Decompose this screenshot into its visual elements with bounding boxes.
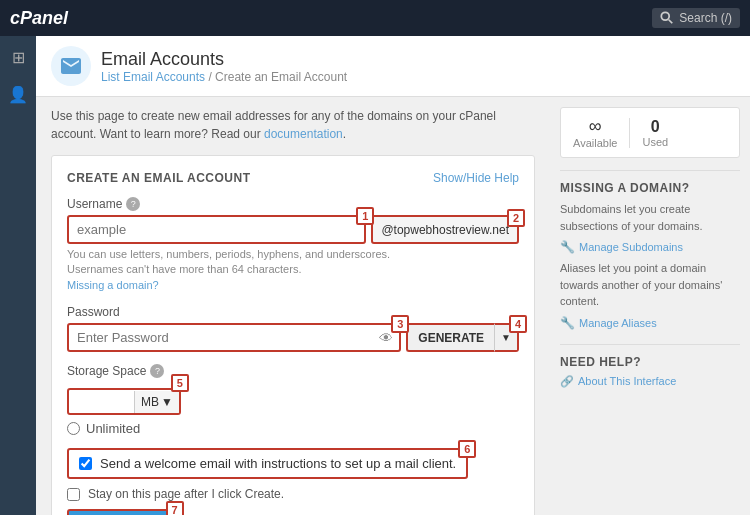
number-badge-5: 5 <box>171 374 189 392</box>
password-label: Password <box>67 305 519 319</box>
username-input[interactable] <box>67 215 366 244</box>
number-badge-2: 2 <box>507 209 525 227</box>
svg-point-0 <box>662 12 670 20</box>
manage-subdomains-link[interactable]: 🔧 Manage Subdomains <box>560 240 740 254</box>
password-input-wrap: 👁 3 <box>67 323 401 352</box>
subdomains-text: Subdomains let you create subsections of… <box>560 201 740 234</box>
show-hide-help-btn[interactable]: Show/Hide Help <box>433 171 519 185</box>
password-field-group: Password 👁 3 GENERATE ▼ 4 <box>67 305 519 352</box>
stats-divider <box>629 118 630 148</box>
storage-input[interactable]: 250 <box>69 390 134 413</box>
username-hint: You can use letters, numbers, periods, h… <box>67 247 519 293</box>
nav-grid-icon[interactable]: ⊞ <box>8 44 29 71</box>
create-button[interactable]: + CREATE <box>67 509 176 515</box>
available-label: Available <box>573 137 617 149</box>
wrench-icon-1: 🔧 <box>560 240 575 254</box>
form-card-title: CREATE AN EMAIL ACCOUNT <box>67 171 251 185</box>
available-stat: ∞ Available <box>573 116 617 149</box>
welcome-email-row: Send a welcome email with instructions t… <box>67 448 468 479</box>
page-title-area: Email Accounts List Email Accounts / Cre… <box>101 49 347 84</box>
generate-btn[interactable]: GENERATE <box>406 323 494 352</box>
storage-input-group: 250 MB▼ <box>67 388 181 415</box>
storage-label: Storage Space ? <box>67 364 519 378</box>
wrench-icon-2: 🔧 <box>560 316 575 330</box>
search-icon <box>660 11 674 25</box>
breadcrumb: List Email Accounts / Create an Email Ac… <box>101 70 347 84</box>
stats-bar: ∞ Available 0 Used <box>560 107 740 158</box>
domain-badge: @topwebhostreview.net 2 <box>371 215 519 244</box>
cpanel-logo: cPanel <box>10 8 68 29</box>
storage-row: 250 MB▼ <box>67 388 181 415</box>
available-value: ∞ <box>589 116 602 137</box>
main-content: Use this page to create new email addres… <box>36 97 550 515</box>
storage-help-icon[interactable]: ? <box>150 364 164 378</box>
page-title: Email Accounts <box>101 49 347 70</box>
about-interface-link[interactable]: 🔗 About This Interface <box>560 375 740 388</box>
right-sidebar: ∞ Available 0 Used MISSING A DOMAIN? Sub… <box>550 97 750 515</box>
username-input-wrap: 1 <box>67 215 366 244</box>
unlimited-row: Unlimited <box>67 421 519 436</box>
aliases-text: Aliases let you point a domain towards a… <box>560 260 740 310</box>
username-field-group: Username ? 1 @topwebhostreview.net 2 You… <box>67 197 519 293</box>
welcome-email-checkbox[interactable] <box>79 457 92 470</box>
svg-line-1 <box>669 20 673 24</box>
top-header: cPanel Search (/) <box>0 0 750 36</box>
number-badge-1: 1 <box>356 207 374 225</box>
password-row: 👁 3 GENERATE ▼ 4 <box>67 323 519 352</box>
used-stat: 0 Used <box>642 118 668 148</box>
storage-unit-selector[interactable]: MB▼ <box>134 391 179 413</box>
left-nav: ⊞ 👤 <box>0 36 36 515</box>
number-badge-6: 6 <box>458 440 476 458</box>
password-input[interactable] <box>67 323 401 352</box>
breadcrumb-current: Create an Email Account <box>215 70 347 84</box>
number-badge-4: 4 <box>509 315 527 333</box>
number-badge-7: 7 <box>166 501 184 515</box>
email-icon <box>59 54 83 78</box>
email-page-icon <box>51 46 91 86</box>
external-link-icon: 🔗 <box>560 375 574 388</box>
button-row: + CREATE 7 ← GO BACK <box>67 509 519 515</box>
search-placeholder: Search (/) <box>679 11 732 25</box>
missing-domain-title: MISSING A DOMAIN? <box>560 170 740 195</box>
username-row: 1 @topwebhostreview.net 2 <box>67 215 519 244</box>
stay-on-page-row: Stay on this page after I click Create. <box>67 487 519 501</box>
username-help-icon[interactable]: ? <box>126 197 140 211</box>
used-value: 0 <box>651 118 660 136</box>
generate-btn-wrap: GENERATE ▼ 4 <box>406 323 519 352</box>
used-label: Used <box>642 136 668 148</box>
missing-domain-section: MISSING A DOMAIN? Subdomains let you cre… <box>560 170 740 330</box>
page-header: ⊞ 👤 Email Accounts List Email Accounts /… <box>0 36 750 97</box>
form-card-header: CREATE AN EMAIL ACCOUNT Show/Hide Help <box>67 171 519 185</box>
create-email-form: CREATE AN EMAIL ACCOUNT Show/Hide Help U… <box>51 155 535 515</box>
documentation-link[interactable]: documentation <box>264 127 343 141</box>
stay-on-page-checkbox[interactable] <box>67 488 80 501</box>
nav-user-icon[interactable]: 👤 <box>4 81 32 108</box>
breadcrumb-parent[interactable]: List Email Accounts <box>101 70 205 84</box>
number-badge-3: 3 <box>391 315 409 333</box>
page-description: Use this page to create new email addres… <box>51 107 535 143</box>
need-help-section: NEED HELP? 🔗 About This Interface <box>560 344 740 388</box>
search-bar[interactable]: Search (/) <box>652 8 740 28</box>
need-help-title: NEED HELP? <box>560 344 740 369</box>
missing-domain-link[interactable]: Missing a domain? <box>67 279 159 291</box>
storage-field-group: Storage Space ? 250 MB▼ 5 <box>67 364 519 436</box>
unlimited-radio[interactable] <box>67 422 80 435</box>
manage-aliases-link[interactable]: 🔧 Manage Aliases <box>560 316 740 330</box>
welcome-email-wrap: Send a welcome email with instructions t… <box>67 448 468 479</box>
username-label: Username ? <box>67 197 519 211</box>
